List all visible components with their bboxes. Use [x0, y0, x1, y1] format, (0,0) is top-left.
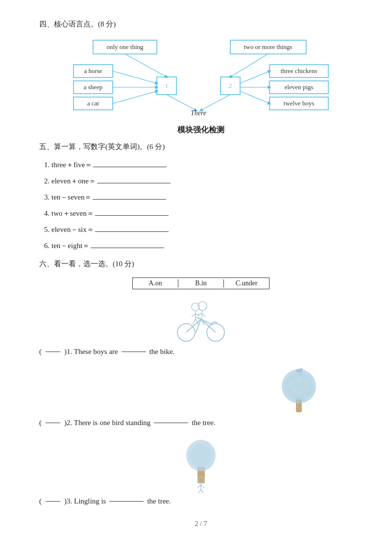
- svg-line-74: [201, 489, 203, 493]
- module-title: 模块强化检测: [39, 125, 363, 135]
- question-block-3: ( )3. Lingling is the tree.: [39, 437, 363, 505]
- svg-point-60: [301, 388, 306, 393]
- svg-text:1: 1: [165, 82, 169, 89]
- svg-line-21: [230, 54, 268, 77]
- boys-bike-illustration: [174, 297, 228, 344]
- choice-c: C.under: [224, 279, 269, 287]
- svg-text:There: There: [191, 109, 206, 116]
- svg-text:a cat: a cat: [87, 100, 99, 107]
- calc-item-1: 1. three＋five＝: [44, 160, 363, 170]
- apple-tree-illustration: [274, 366, 323, 415]
- svg-text:2: 2: [229, 82, 232, 89]
- svg-line-24: [113, 91, 157, 103]
- svg-line-49: [192, 314, 196, 317]
- calc-item-5: 5. eleven－six＝: [44, 225, 363, 234]
- svg-text:three chickens: three chickens: [281, 67, 318, 75]
- question-3-line: ( )3. Lingling is the tree.: [39, 497, 363, 505]
- calc-item-4: 4. two＋seven＝: [44, 209, 363, 218]
- svg-line-20: [125, 54, 167, 77]
- svg-text:a sheep: a sheep: [84, 83, 103, 91]
- svg-text:only one thing: only one thing: [106, 43, 144, 50]
- svg-line-27: [240, 91, 270, 103]
- tree-person-illustration: [178, 437, 224, 493]
- svg-point-61: [296, 390, 301, 395]
- svg-line-34: [201, 319, 216, 332]
- svg-text:twelve boys: twelve boys: [284, 100, 314, 107]
- question-2-line: ( )2. There is one bird standing the tre…: [39, 419, 363, 427]
- section5-title: 五、算一算，写数字(英文单词)。(6 分): [39, 142, 363, 151]
- svg-line-28: [167, 95, 196, 110]
- svg-text:eleven pigs: eleven pigs: [285, 83, 314, 91]
- choice-b: B.in: [178, 279, 224, 287]
- calc-item-6: 6. ten－eight＝: [44, 241, 363, 251]
- question-block-1: ( )1. These boys are the bike.: [39, 297, 363, 356]
- section4-title: 四、核心语言点。(8 分): [39, 20, 363, 29]
- svg-line-22: [113, 71, 157, 83]
- svg-point-56: [289, 380, 294, 385]
- svg-point-58: [304, 380, 309, 385]
- calc-item-3: 3. ten－seven＝: [44, 193, 363, 202]
- svg-point-55: [285, 373, 313, 400]
- calc-list: 1. three＋five＝ 2. eleven＋one＝ 3. ten－sev…: [44, 160, 363, 251]
- svg-line-51: [193, 319, 196, 325]
- choice-a: A.on: [133, 279, 178, 287]
- svg-point-68: [190, 444, 212, 467]
- svg-line-42: [201, 310, 202, 319]
- section6-title: 六、看一看，选一选。(10 分): [39, 259, 363, 269]
- svg-point-57: [296, 377, 301, 382]
- question-block-2: ( )2. There is one bird standing the tre…: [39, 366, 363, 427]
- svg-line-25: [240, 71, 270, 83]
- svg-line-73: [198, 489, 201, 493]
- svg-line-71: [197, 485, 201, 488]
- page-number: 2 / 7: [39, 520, 363, 528]
- choices-box: A.on B.in C.under: [132, 278, 270, 289]
- svg-line-38: [214, 322, 217, 323]
- svg-text:two or more things: two or more things: [244, 43, 293, 50]
- question-1-line: ( )1. These boys are the bike.: [39, 348, 363, 356]
- svg-point-63: [300, 368, 303, 371]
- svg-text:a horse: a horse: [84, 67, 102, 75]
- svg-line-72: [201, 485, 204, 488]
- svg-line-29: [201, 95, 230, 110]
- svg-point-59: [292, 388, 296, 393]
- calc-item-2: 2. eleven＋one＝: [44, 177, 363, 186]
